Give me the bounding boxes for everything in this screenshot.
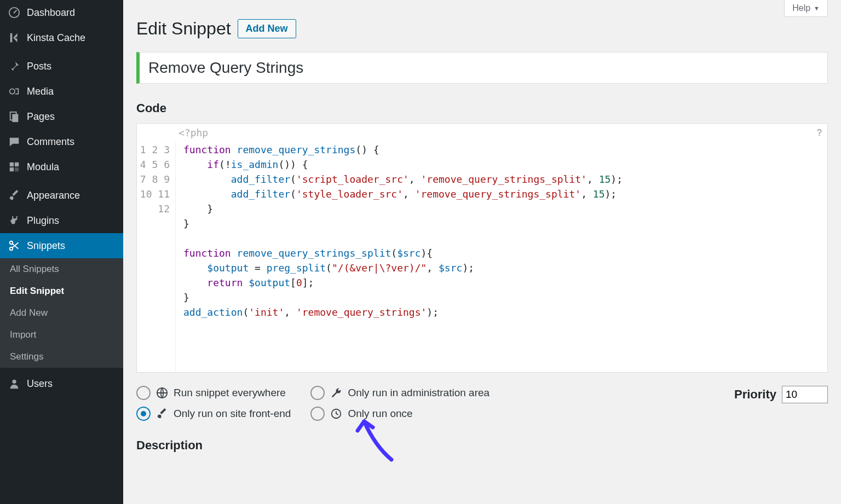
sidebar-item-media[interactable]: Media <box>0 79 123 104</box>
sidebar-item-label: Kinsta Cache <box>27 32 85 44</box>
admin-sidebar: Dashboard Kinsta Cache Posts Media <box>0 0 123 504</box>
run-once-option[interactable]: Only run once <box>310 407 489 421</box>
submenu-edit-snippet[interactable]: Edit Snippet <box>0 280 123 302</box>
run-everywhere-option[interactable]: Run snippet everywhere <box>136 386 291 400</box>
scissors-icon <box>8 239 21 252</box>
run-frontend-option[interactable]: Only run on site front-end <box>136 407 291 421</box>
modula-icon <box>8 160 21 173</box>
svg-rect-5 <box>10 163 14 166</box>
sidebar-item-label: Snippets <box>27 240 65 252</box>
sidebar-item-label: Posts <box>27 61 51 72</box>
sidebar-item-label: Plugins <box>27 215 59 227</box>
priority-label: Priority <box>734 387 776 402</box>
svg-point-1 <box>14 12 15 14</box>
option-label: Run snippet everywhere <box>174 387 286 399</box>
sidebar-item-label: Dashboard <box>27 7 75 19</box>
sidebar-item-label: Users <box>27 378 53 390</box>
run-admin-option[interactable]: Only run in administration area <box>310 386 489 400</box>
option-label: Only run in administration area <box>348 387 489 399</box>
sidebar-item-plugins[interactable]: Plugins <box>0 208 123 233</box>
sidebar-item-dashboard[interactable]: Dashboard <box>0 0 123 25</box>
sidebar-item-posts[interactable]: Posts <box>0 54 123 79</box>
option-label: Only run once <box>348 408 412 420</box>
option-label: Only run on site front-end <box>174 408 291 420</box>
sidebar-item-label: Appearance <box>27 190 80 201</box>
sidebar-item-kinsta[interactable]: Kinsta Cache <box>0 25 123 50</box>
sidebar-item-snippets[interactable]: Snippets <box>0 233 123 258</box>
submenu-import[interactable]: Import <box>0 324 123 346</box>
sidebar-item-users[interactable]: Users <box>0 371 123 396</box>
sidebar-item-label: Media <box>27 86 54 97</box>
sidebar-item-pages[interactable]: Pages <box>0 104 123 129</box>
sidebar-item-appearance[interactable]: Appearance <box>0 183 123 208</box>
svg-point-2 <box>10 89 15 94</box>
run-scope-options: Run snippet everywhere Only run in admin… <box>136 386 489 421</box>
code-heading: Code <box>136 101 828 115</box>
plug-icon <box>8 214 21 227</box>
priority-field: Priority <box>734 386 828 403</box>
description-heading: Description <box>136 438 828 453</box>
sidebar-item-label: Comments <box>27 136 74 148</box>
page-title: Edit Snippet <box>136 19 231 39</box>
sidebar-item-label: Pages <box>27 111 55 123</box>
help-tooltip-icon[interactable]: ? <box>817 128 822 138</box>
globe-icon <box>156 387 168 399</box>
priority-input[interactable] <box>782 386 828 403</box>
brush-icon <box>156 408 168 420</box>
submenu-add-new[interactable]: Add New <box>0 302 123 324</box>
media-icon <box>8 85 21 98</box>
snippet-title-input[interactable] <box>136 52 828 84</box>
submenu-all-snippets[interactable]: All Snippets <box>0 258 123 280</box>
chevron-down-icon: ▼ <box>814 5 820 11</box>
user-icon <box>8 377 21 390</box>
wrench-icon <box>330 387 342 399</box>
line-numbers: 1 2 3 4 5 6 7 8 9 10 11 12 <box>137 142 176 372</box>
kinsta-icon <box>8 31 21 44</box>
svg-rect-4 <box>12 114 18 122</box>
help-tab[interactable]: Help ▼ <box>784 0 828 17</box>
snippets-submenu: All Snippets Edit Snippet Add New Import… <box>0 258 123 368</box>
sidebar-item-label: Modula <box>27 161 59 173</box>
radio-icon <box>310 407 325 421</box>
pin-icon <box>8 60 21 73</box>
brush-icon <box>8 189 21 202</box>
sidebar-item-modula[interactable]: Modula <box>0 154 123 179</box>
svg-point-11 <box>12 380 16 384</box>
comments-icon <box>8 135 21 148</box>
add-new-button[interactable]: Add New <box>238 19 296 38</box>
sidebar-item-comments[interactable]: Comments <box>0 129 123 154</box>
svg-rect-8 <box>15 167 19 171</box>
pages-icon <box>8 110 21 123</box>
radio-icon <box>136 407 151 421</box>
dashboard-icon <box>8 6 21 19</box>
code-content[interactable]: function remove_query_strings() { if(!is… <box>176 142 827 372</box>
radio-icon <box>310 386 325 400</box>
radio-icon <box>136 386 151 400</box>
svg-rect-7 <box>10 167 14 171</box>
clock-icon <box>330 408 342 420</box>
php-open-tag: <?php <box>178 127 208 138</box>
main-content: Help ▼ Edit Snippet Add New Code <?php ?… <box>123 0 841 504</box>
help-label: Help <box>792 3 810 13</box>
submenu-settings[interactable]: Settings <box>0 346 123 368</box>
svg-rect-6 <box>15 163 19 166</box>
code-editor[interactable]: <?php ? 1 2 3 4 5 6 7 8 9 10 11 12 funct… <box>136 123 828 373</box>
